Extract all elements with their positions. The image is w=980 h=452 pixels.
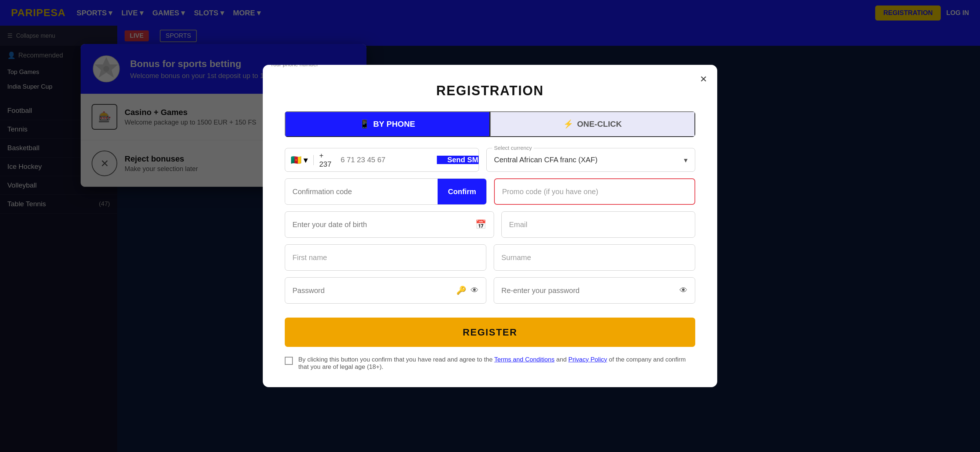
- currency-label: Select currency: [492, 145, 534, 151]
- phone-number-input[interactable]: [337, 148, 437, 171]
- lightning-icon: ⚡: [563, 119, 573, 129]
- password-row: 🔑 👁 👁: [285, 277, 695, 304]
- surname-field: [494, 244, 695, 271]
- key-icon: 🔑: [456, 286, 466, 295]
- privacy-policy-link[interactable]: Privacy Policy: [568, 356, 607, 363]
- reenter-password-field: 👁: [494, 277, 695, 304]
- phone-currency-row: Your phone number 🇨🇲 ▾ + 237 Send SMS Se…: [285, 148, 695, 172]
- dob-email-row: 📅: [285, 211, 695, 238]
- close-button[interactable]: ×: [700, 73, 707, 85]
- send-sms-button[interactable]: Send SMS: [437, 156, 479, 164]
- dob-field: 📅: [285, 211, 494, 238]
- modal-overlay: × REGISTRATION 📱 BY PHONE ⚡ ONE-CLICK Yo…: [0, 0, 980, 452]
- currency-value: Central African CFA franc (XAF): [494, 148, 684, 171]
- modal-title: REGISTRATION: [285, 83, 695, 98]
- firstname-field: [285, 244, 486, 271]
- confirmation-field: Confirm: [285, 178, 487, 205]
- tab-by-phone[interactable]: 📱 BY PHONE: [285, 111, 490, 137]
- phone-code: + 237: [314, 152, 337, 168]
- terms-row: By clicking this button you confirm that…: [285, 356, 695, 371]
- terms-conditions-link[interactable]: Terms and Conditions: [495, 356, 555, 363]
- reenter-password-input[interactable]: [501, 279, 679, 302]
- email-field: [501, 211, 695, 238]
- name-row: [285, 244, 695, 271]
- tab-one-click[interactable]: ⚡ ONE-CLICK: [490, 111, 695, 137]
- chevron-down-icon: ▾: [684, 156, 687, 165]
- password-input[interactable]: [293, 279, 456, 302]
- eye-slash-icon[interactable]: 👁: [679, 286, 687, 295]
- firstname-input[interactable]: [285, 244, 486, 271]
- calendar-icon[interactable]: 📅: [475, 219, 486, 230]
- password-icons: 🔑 👁: [456, 286, 479, 295]
- eye-icon[interactable]: 👁: [471, 286, 479, 295]
- email-input[interactable]: [501, 211, 695, 238]
- registration-tabs: 📱 BY PHONE ⚡ ONE-CLICK: [285, 111, 695, 137]
- password-field: 🔑 👁: [285, 277, 486, 304]
- terms-checkbox[interactable]: [285, 357, 293, 365]
- confirmation-input[interactable]: [285, 180, 438, 203]
- surname-input[interactable]: [494, 244, 695, 271]
- promo-field: [494, 178, 695, 205]
- dob-input[interactable]: [293, 213, 475, 236]
- currency-selector[interactable]: Select currency Central African CFA fran…: [486, 148, 695, 172]
- confirm-button[interactable]: Confirm: [438, 179, 486, 205]
- terms-text: By clicking this button you confirm that…: [298, 356, 695, 371]
- register-button[interactable]: REGISTER: [285, 317, 695, 347]
- phone-icon: 📱: [360, 119, 369, 129]
- registration-modal: × REGISTRATION 📱 BY PHONE ⚡ ONE-CLICK Yo…: [263, 65, 717, 387]
- confirmation-promo-row: Confirm: [285, 178, 695, 205]
- phone-flag-selector[interactable]: 🇨🇲 ▾: [285, 155, 314, 165]
- reenter-password-icons: 👁: [679, 286, 687, 295]
- promo-input[interactable]: [494, 178, 695, 205]
- phone-field: Your phone number 🇨🇲 ▾ + 237 Send SMS: [285, 148, 479, 172]
